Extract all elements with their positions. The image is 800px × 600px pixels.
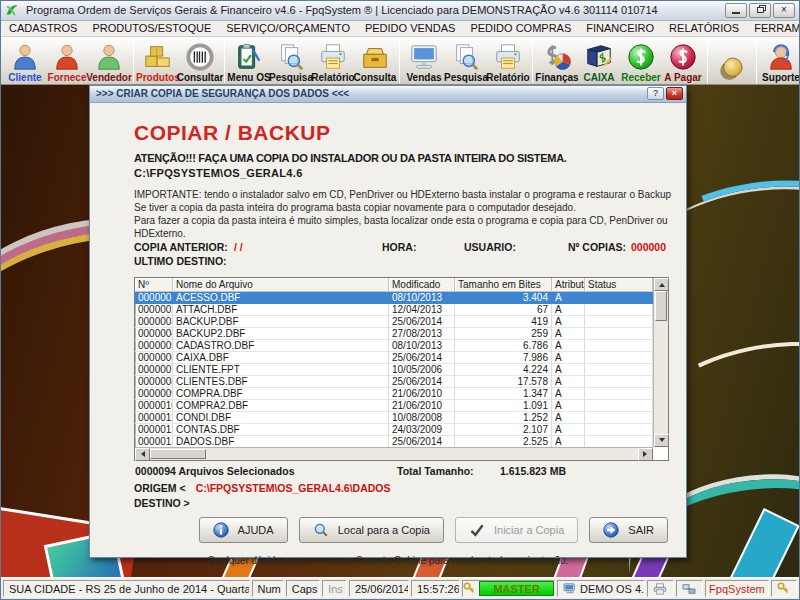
local-para-copia-button[interactable]: Local para a Copia <box>299 517 444 543</box>
minimize-button[interactable] <box>725 3 747 18</box>
status-caps: Caps <box>286 580 320 597</box>
dialog-help-button[interactable]: ? <box>647 87 664 100</box>
iniciar-copia-button[interactable]: Iniciar a Copia <box>455 517 578 543</box>
table-row[interactable]: 0000005 CADASTRO.DBF 08/10/2013 6.786 A <box>135 340 653 352</box>
table-row[interactable]: 0000007 CLIENTE.FPT 10/05/2006 4.224 A <box>135 364 653 376</box>
menu-item[interactable]: RELATÓRIOS <box>669 22 739 34</box>
toolbar-caixa-button[interactable]: CAIXA <box>578 38 620 84</box>
menu-item[interactable]: CADASTROS <box>9 22 77 34</box>
toolbar-separator <box>532 39 533 83</box>
col-header-modified: Modificado <box>389 278 455 292</box>
table-row[interactable]: 0000004 BACKUP2.DBF 27/08/2013 259 A <box>135 328 653 340</box>
red-dollar-sphere-icon <box>668 41 698 72</box>
attention-text: ATENÇÃO!!! FAÇA UMA COPIA DO INSTALADOR … <box>134 152 567 164</box>
toolbar-pesquisa-os-button[interactable]: Pesquisa <box>270 38 312 84</box>
summary-row: 0000094 Arquivos Selecionados Total Tama… <box>134 465 668 477</box>
clipboard-icon <box>234 41 264 72</box>
checkmark-icon <box>469 522 485 538</box>
table-row[interactable]: 0000002 ATTACH.DBF 12/04/2013 67 A <box>135 304 653 316</box>
toolbar-consultar-button[interactable]: Consultar <box>179 38 221 84</box>
toolbar-relatorio-vendas-button[interactable]: Relatório <box>487 38 529 84</box>
toolbar-vendedor-button[interactable]: Vendedor <box>88 38 130 84</box>
menu-item[interactable]: PRODUTOS/ESTOQUE <box>92 22 211 34</box>
vertical-scroll-thumb[interactable] <box>655 291 667 321</box>
origem-label: ORIGEM < <box>134 482 186 494</box>
dialog-title: >>> CRIAR COPIA DE SEGURANÇA DOS DADOS <… <box>93 88 645 99</box>
status-printer-panel[interactable] <box>647 580 674 597</box>
printer-icon <box>493 41 523 72</box>
table-row[interactable]: 0000006 CAIXA.DBF 25/06/2014 7.986 A <box>135 352 653 364</box>
status-network-panel[interactable] <box>676 580 703 597</box>
toolbar-produtos-button[interactable]: Produtos <box>137 38 179 84</box>
toolbar-fornecedor-button[interactable]: Fornece <box>46 38 88 84</box>
toolbar-consulta-button[interactable]: Consulta <box>354 38 396 84</box>
toolbar-financas-button[interactable]: Finanças <box>536 38 578 84</box>
dialog-close-button[interactable]: × <box>666 87 683 100</box>
copia-anterior-value: / / <box>234 241 243 253</box>
cash-book-icon <box>584 41 614 72</box>
status-key-panel[interactable] <box>771 580 797 597</box>
scroll-right-button[interactable] <box>638 448 653 461</box>
status-time: 15:57:26 <box>411 580 460 597</box>
computer-icon <box>563 583 577 595</box>
origem-path: C:\FPQSYSTEM\OS_GERAL4.6\DADOS <box>196 482 391 494</box>
toolbar-moedas-button[interactable] <box>711 38 753 84</box>
toolbar-separator <box>224 39 225 83</box>
menu-item[interactable]: PEDIDO COMPRAS <box>470 22 571 34</box>
toolbar-a-pagar-button[interactable]: A Pagar <box>662 38 704 84</box>
toolbar-vendas-button[interactable]: Vendas <box>403 38 445 84</box>
dialog-buttons-row: AJUDA Local para a Copia Iniciar a Copia… <box>90 517 668 543</box>
toolbar-relatorio-os-button[interactable]: Relatório <box>312 38 354 84</box>
barcode-icon <box>185 41 215 72</box>
table-row[interactable]: 0000008 CLIENTES.DBF 25/06/2014 17.578 A <box>135 376 653 388</box>
vertical-scrollbar[interactable] <box>653 278 668 447</box>
scroll-down-button[interactable] <box>654 434 669 447</box>
menu-item[interactable]: SERVIÇO/ORÇAMENTO <box>226 22 350 34</box>
arrow-right-circle-icon <box>603 522 619 538</box>
files-selected-text: 0000094 Arquivos Selecionados <box>135 465 295 477</box>
green-dollar-sphere-icon <box>626 41 656 72</box>
scroll-left-button[interactable] <box>135 448 150 461</box>
coin-icon <box>718 52 746 83</box>
table-row[interactable]: 0000012 CONTAS.DBF 24/03/2009 2.107 A <box>135 424 653 436</box>
menu-item[interactable]: FERRAMENTAS <box>754 22 800 34</box>
file-table: Nº Nome do Arquivo Modificado Tamanho em… <box>134 277 669 461</box>
table-row[interactable]: 0000010 COMPRA2.DBF 21/06/2010 1.091 A <box>135 400 653 412</box>
restore-button[interactable] <box>749 3 771 18</box>
col-header-size: Tamanho em Bites <box>455 278 552 292</box>
seller-person-icon <box>94 41 124 72</box>
support-headset-person-icon <box>766 41 796 72</box>
status-ins: Ins <box>322 580 347 597</box>
horizontal-scrollbar[interactable] <box>135 447 653 460</box>
status-city: SUA CIDADE - RS 25 de Junho de 2014 - Qu… <box>3 580 250 597</box>
network-icon <box>682 583 696 595</box>
table-header-row: Nº Nome do Arquivo Modificado Tamanho em… <box>135 278 653 292</box>
notes-block: IMPORTANTE: tendo o instalador salvo em … <box>134 188 686 240</box>
note-line: Para fazer a copia da pasta inteira é mu… <box>134 214 686 240</box>
toolbar-suporte-button[interactable]: Suporte <box>760 38 800 84</box>
table-row[interactable]: 0000003 BACKUP.DBF 25/06/2014 419 A <box>135 316 653 328</box>
toolbar-cliente-button[interactable]: Cliente <box>4 38 46 84</box>
status-brand: FpqSystem <box>705 580 769 597</box>
table-row[interactable]: 0000011 CONDI.DBF 10/08/2008 1.252 A <box>135 412 653 424</box>
menu-item[interactable]: FINANCEIRO <box>586 22 654 34</box>
horizontal-scroll-thumb[interactable] <box>150 449 206 459</box>
toolbar-receber-button[interactable]: Receber <box>620 38 662 84</box>
scroll-up-button[interactable] <box>654 278 669 291</box>
sair-button[interactable]: SAIR <box>589 517 668 543</box>
n-copias-value: 000000 <box>631 241 666 253</box>
toolbar-menu-os-button[interactable]: Menu OS <box>228 38 270 84</box>
minimize-icon <box>732 12 740 14</box>
toolbar-separator <box>756 39 757 83</box>
ajuda-button[interactable]: AJUDA <box>199 517 288 543</box>
table-row[interactable]: 0000001 ACESSO.DBF 08/10/2013 3.404 A <box>135 292 653 304</box>
menu-item[interactable]: PEDIDO VENDAS <box>365 22 455 34</box>
status-demo-panel: DEMO OS 4.6 <box>557 580 645 597</box>
total-size-label: Total Tamanho: <box>397 465 474 477</box>
table-row[interactable]: 0000009 COMPRA.DBF 21/06/2010 1.347 A <box>135 388 653 400</box>
close-button[interactable]: × <box>773 3 795 18</box>
dialog-body: COPIAR / BACKUP ATENÇÃO!!! FAÇA UMA COPI… <box>90 103 686 557</box>
copia-anterior-label: COPIA ANTERIOR: <box>134 241 228 253</box>
toolbar-pesquisa-vendas-button[interactable]: Pesquisa <box>445 38 487 84</box>
note-line: Se tiver a copia da pasta inteira do pro… <box>134 201 686 214</box>
